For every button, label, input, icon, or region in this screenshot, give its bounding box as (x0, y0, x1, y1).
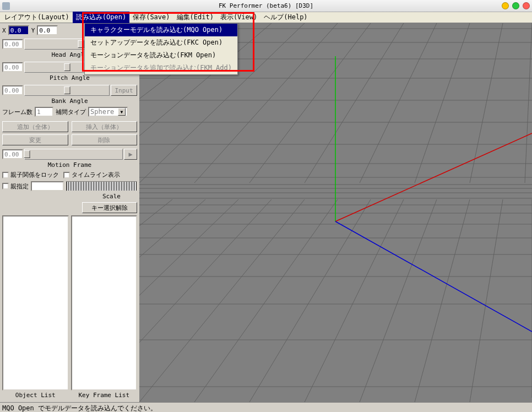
svg-line-10 (139, 199, 205, 402)
svg-line-47 (525, 23, 532, 183)
sidebar: X Y 0.00 Head Angle 0.00 Input Pitch Ang… (0, 23, 139, 402)
menu-layout[interactable]: レイアウト(Layout) (1, 12, 73, 23)
svg-line-44 (360, 23, 437, 183)
pitch-angle-label: Pitch Angle (2, 74, 137, 82)
object-list[interactable] (2, 215, 69, 391)
play-icon: ▶ (128, 150, 132, 158)
svg-line-11 (139, 199, 172, 402)
frame-count-label: フレーム数 (2, 108, 32, 116)
minimize-button[interactable] (502, 2, 509, 9)
open-dropdown: キャラクターモデルを読み込む(MQO Open) セットアップデータを読み込む(… (84, 23, 238, 75)
titlebar: FK Performer (beta6) [D3D] (0, 0, 532, 12)
svg-line-6 (360, 199, 437, 402)
timeline-show-checkbox[interactable]: タイムライン表示 (63, 171, 120, 179)
svg-line-5 (305, 199, 404, 402)
y-input[interactable] (37, 25, 58, 35)
parent-spec-checkbox[interactable]: 親指定 (2, 182, 29, 191)
svg-line-45 (415, 23, 470, 183)
status-text: MQO Open でモデルデータを読み込んでください。 (2, 404, 157, 412)
bank-angle-slider[interactable] (24, 85, 110, 96)
menu-edit[interactable]: 編集(Edit) (173, 12, 217, 23)
bank-angle-label: Bank Angle (2, 97, 137, 105)
grid-floor (139, 23, 532, 402)
interp-select[interactable]: Sphere ▼ (88, 107, 128, 117)
bank-input-button[interactable]: Input (111, 85, 137, 96)
window-controls (502, 2, 530, 9)
chevron-down-icon: ▼ (118, 108, 126, 116)
motion-frame-value: 0.00 (2, 149, 23, 159)
y-label: Y (31, 27, 35, 34)
menu-view[interactable]: 表示(View) (217, 12, 260, 23)
menu-save[interactable]: 保存(Save) (129, 12, 173, 23)
close-button[interactable] (523, 2, 530, 9)
menubar: レイアウト(Layout) 読み込み(Open) 保存(Save) 編集(Edi… (0, 12, 532, 23)
menu-open[interactable]: 読み込み(Open) (73, 12, 129, 23)
play-button[interactable]: ▶ (124, 149, 137, 160)
dropdown-fkm-add: モーションデータを追加で読み込む(FKM Add) (85, 62, 237, 74)
svg-line-43 (305, 23, 404, 183)
interp-label: 補間タイプ (56, 108, 86, 116)
menu-help[interactable]: ヘルプ(Help) (260, 12, 311, 23)
pitch-angle-value: 0.00 (2, 62, 23, 72)
svg-line-0 (139, 199, 238, 402)
insert-single-button[interactable]: 挿入（単体） (72, 121, 138, 132)
parent-spec-input[interactable] (31, 181, 64, 191)
head-angle-value: 0.00 (2, 39, 23, 49)
svg-line-42 (249, 23, 371, 183)
window-title: FK Performer (beta6) [D3D] (219, 2, 313, 9)
dropdown-mqo-open[interactable]: キャラクターモデルを読み込む(MQO Open) (85, 24, 237, 36)
key-deselect-button[interactable]: キー選択解除 (82, 202, 137, 213)
add-all-button[interactable]: 追加（全体） (2, 121, 68, 132)
scale-label: Scale (2, 193, 137, 200)
svg-line-4 (249, 199, 371, 402)
object-list-label: Object List (2, 391, 69, 400)
x-input[interactable] (8, 25, 29, 35)
maximize-button[interactable] (512, 2, 519, 9)
x-label: X (2, 27, 6, 34)
bank-angle-value: 0.00 (2, 85, 23, 95)
svg-line-3 (194, 199, 338, 402)
key-frame-list[interactable] (71, 215, 138, 391)
motion-frame-label: Motion Frame (2, 161, 137, 169)
change-button[interactable]: 変更 (2, 134, 68, 145)
dropdown-fkm-open[interactable]: モーションデータを読み込む(FKM Open) (85, 49, 237, 62)
delete-button[interactable]: 削除 (72, 134, 138, 145)
svg-line-1 (139, 199, 272, 402)
key-frame-list-label: Key Frame List (71, 391, 138, 400)
app-icon (2, 2, 10, 10)
scale-ruler[interactable] (66, 181, 137, 191)
lock-parent-checkbox[interactable]: 親子関係をロック (2, 171, 59, 179)
motion-frame-slider[interactable] (24, 149, 123, 160)
svg-line-7 (415, 199, 470, 402)
statusbar: MQO Open でモデルデータを読み込んでください。 (0, 402, 532, 412)
svg-line-8 (470, 199, 503, 402)
dropdown-fkc-open[interactable]: セットアップデータを読み込む(FKC Open) (85, 36, 237, 49)
svg-line-2 (139, 199, 305, 402)
3d-viewport[interactable] (139, 23, 532, 402)
frame-count-input[interactable] (35, 107, 53, 117)
